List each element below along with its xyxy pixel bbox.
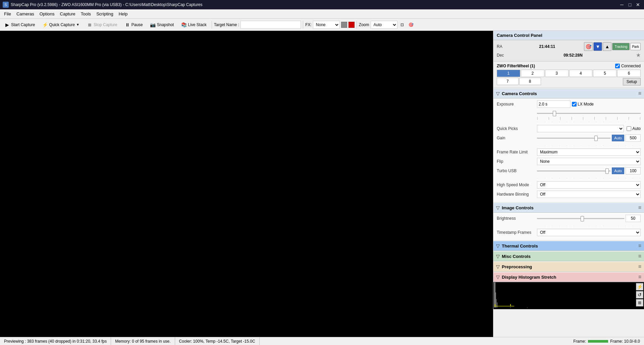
exposure-slider-container: |||||||||| ··············· (497, 110, 641, 125)
brightness-input[interactable] (626, 215, 641, 222)
toolbar-separator-3 (357, 21, 357, 29)
brightness-slider[interactable] (537, 215, 624, 222)
quick-capture-dropdown-icon[interactable]: ▼ (76, 23, 79, 26)
crosshair-button[interactable]: 🎯 (407, 21, 415, 28)
hwbinning-select[interactable]: Off (537, 191, 641, 198)
menu-file[interactable]: File (1, 10, 14, 18)
toolbar-separator-1 (212, 21, 212, 29)
svg-rect-8 (495, 304, 495, 306)
misc-controls-menu-icon[interactable]: ≡ (638, 253, 641, 259)
brightness-value-container (537, 215, 641, 222)
timestamp-row: Timestamp Frames Off (497, 229, 641, 236)
camera-controls-header[interactable]: ▽ Camera Controls ≡ (493, 89, 644, 98)
fw-connected: Connected (615, 64, 641, 68)
menu-cameras[interactable]: Cameras (14, 10, 37, 18)
fw-header: ZWO FilterWheel (1) Connected (497, 64, 641, 68)
pause-button[interactable]: ⏸ Pause (122, 21, 146, 29)
filter-cell-6[interactable]: 6 (617, 70, 641, 77)
nav-target-button[interactable]: 🎯 (584, 42, 593, 51)
target-name-input[interactable] (240, 21, 301, 29)
filter-cell-2[interactable]: 2 (521, 70, 544, 77)
tracking-button[interactable]: Tracking (612, 43, 630, 50)
nav-down-button[interactable]: ▼ (593, 42, 602, 51)
svg-rect-2 (495, 292, 496, 307)
gain-slider-thumb[interactable] (594, 136, 598, 141)
image-controls-header[interactable]: ▽ Image Controls ≡ (493, 203, 644, 213)
fw-bottom-row: 7 8 Setup (497, 78, 641, 86)
stop-capture-button[interactable]: ⏹ Stop Capture (84, 21, 120, 29)
thermal-controls-header[interactable]: ▽ Thermal Controls ≡ (493, 241, 644, 251)
fw-extra-filters: 7 8 (497, 78, 541, 85)
framerate-select[interactable]: Maximum (537, 148, 641, 156)
menu-scripting[interactable]: Scripting (94, 10, 116, 18)
preprocessing-header[interactable]: ▽ Preprocessing ≡ (493, 262, 644, 272)
histogram-side-buttons: ⚡ ↺ ⊞ (635, 282, 644, 307)
gain-slider[interactable] (537, 135, 610, 141)
timestamp-select[interactable]: Off (537, 229, 641, 236)
snapshot-button[interactable]: 📷 Snapshot (147, 21, 177, 29)
filter-cell-8[interactable]: 8 (519, 78, 541, 85)
histogram-stretch-menu-icon[interactable]: ≡ (638, 274, 641, 280)
fw-setup-button[interactable]: Setup (623, 78, 641, 85)
nav-up-button[interactable]: ▲ (603, 42, 611, 51)
lxmode-checkbox[interactable] (572, 102, 577, 107)
maximize-button[interactable]: □ (627, 1, 633, 8)
histogram-expand-button[interactable]: ⊞ (636, 299, 643, 306)
turbousb-auto-button[interactable]: Auto (612, 167, 624, 174)
histogram-flash-button[interactable]: ⚡ (636, 283, 643, 290)
favorite-star-icon[interactable]: ★ (636, 52, 641, 58)
live-stack-label: Live Stack (188, 22, 206, 27)
start-capture-button[interactable]: ▶ Start Capture (1, 21, 38, 29)
image-controls-menu-icon[interactable]: ≡ (638, 205, 641, 211)
gain-auto-button[interactable]: Auto (612, 135, 624, 141)
histogram-refresh-button[interactable]: ↺ (636, 291, 643, 298)
histogram-stretch-header[interactable]: ▽ Display Histogram Stretch ≡ (493, 272, 644, 282)
zoom-fit-button[interactable]: ⊡ (399, 21, 406, 28)
thermal-controls-menu-icon[interactable]: ≡ (638, 243, 641, 249)
turbousb-slider-thumb[interactable] (605, 168, 609, 174)
gain-input[interactable] (626, 134, 641, 142)
quick-picks-auto-checkbox[interactable] (627, 126, 631, 131)
brightness-slider-thumb[interactable] (581, 216, 584, 221)
timestamp-label: Timestamp Frames (497, 230, 537, 235)
status-cooler-text: Cooler: 100%, Temp -14.5C, Target -15.0C (179, 339, 255, 344)
misc-controls-header[interactable]: ▽ Misc Controls ≡ (493, 252, 644, 261)
menu-tools[interactable]: Tools (78, 10, 94, 18)
turbousb-slider[interactable] (537, 167, 610, 174)
color-swatch-1[interactable] (341, 22, 347, 28)
exposure-row: Exposure LX Mode (497, 100, 641, 108)
park-button[interactable]: Park (630, 43, 641, 50)
exposure-slider-thumb[interactable] (553, 111, 556, 116)
exposure-subticks: ··············· (537, 120, 641, 124)
image-controls-toggle-icon: ▽ (496, 205, 500, 210)
live-stack-button[interactable]: 📚 Live Stack (178, 21, 209, 29)
highspeed-select[interactable]: Off (537, 181, 641, 189)
histogram-display: ⚡ ↺ ⊞ (493, 282, 644, 309)
quick-picks-row: Quick Picks Auto (497, 125, 641, 132)
fx-select[interactable]: None (313, 21, 340, 29)
menu-options[interactable]: Options (37, 10, 57, 18)
camera-controls-menu-icon[interactable]: ≡ (638, 90, 641, 96)
filter-cell-5[interactable]: 5 (593, 70, 616, 77)
exposure-slider-track[interactable] (537, 111, 641, 116)
color-swatch-2[interactable] (348, 22, 355, 28)
svg-rect-6 (527, 307, 528, 308)
zoom-select[interactable]: Auto (371, 21, 397, 29)
flip-select[interactable]: None (537, 158, 641, 165)
minimize-button[interactable]: ─ (619, 1, 625, 8)
menu-capture[interactable]: Capture (57, 10, 78, 18)
exposure-input[interactable] (537, 100, 571, 108)
menu-help[interactable]: Help (116, 10, 130, 18)
quick-capture-button[interactable]: ⚡ Quick Capture ▼ (39, 21, 83, 29)
radec-controls: 🎯 ▼ ▲ Tracking Park (584, 42, 641, 51)
filter-cell-1[interactable]: 1 (497, 70, 520, 77)
connected-checkbox[interactable] (615, 64, 620, 68)
filter-cell-7[interactable]: 7 (497, 78, 519, 85)
close-button[interactable]: ✕ (635, 1, 641, 8)
filter-cell-3[interactable]: 3 (545, 70, 569, 77)
filter-cell-4[interactable]: 4 (569, 70, 593, 77)
histogram-chart (493, 282, 644, 309)
quick-picks-select[interactable] (537, 125, 624, 132)
preprocessing-menu-icon[interactable]: ≡ (638, 264, 641, 270)
turbousb-input[interactable] (626, 167, 641, 175)
